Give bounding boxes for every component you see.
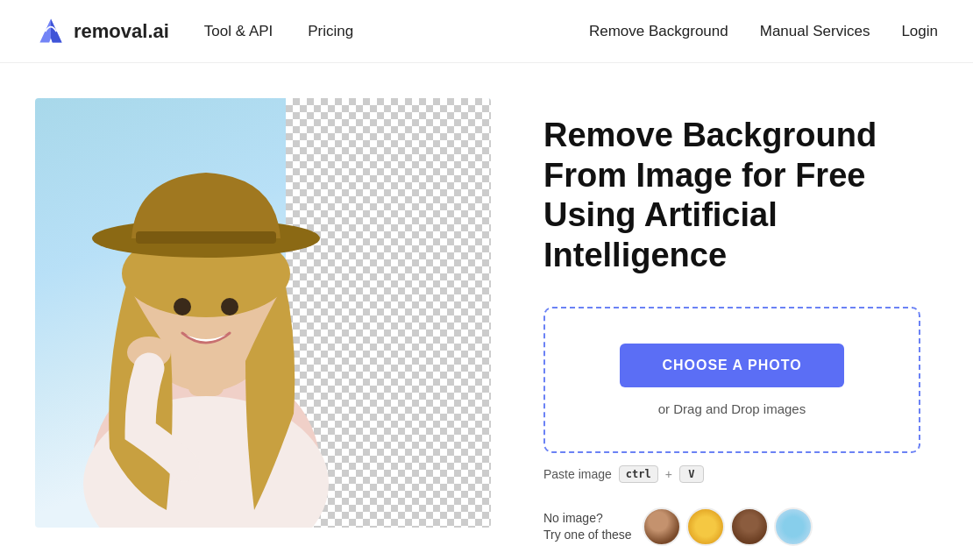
svg-point-8 (221, 298, 238, 315)
upload-dropzone[interactable]: CHOOSE A PHOTO or Drag and Drop images (543, 307, 920, 453)
content-section: Remove Background From Image for Free Us… (543, 98, 938, 546)
navbar: removal.ai Tool & API Pricing Remove Bac… (0, 0, 973, 63)
ctrl-key: ctrl (619, 465, 658, 483)
no-image-row: No image? Try one of these (543, 507, 938, 546)
no-image-line1: No image? (543, 510, 632, 528)
choose-photo-button[interactable]: CHOOSE A PHOTO (620, 344, 843, 387)
logo-icon (35, 16, 67, 47)
sample-thumb-2[interactable] (686, 507, 725, 546)
logo-text: removal.ai (74, 20, 169, 43)
nav-link-tool-api[interactable]: Tool & API (204, 23, 273, 40)
no-image-text: No image? Try one of these (543, 510, 632, 544)
nav-right: Remove Background Manual Services Login (589, 23, 938, 40)
nav-link-remove-bg[interactable]: Remove Background (589, 23, 728, 40)
nav-link-manual-services[interactable]: Manual Services (760, 23, 870, 40)
hero-image-section (35, 98, 491, 528)
svg-rect-6 (136, 231, 276, 244)
sample-thumb-3[interactable] (730, 507, 769, 546)
paste-row: Paste image ctrl + V (543, 465, 938, 483)
logo[interactable]: removal.ai (35, 16, 169, 47)
nav-link-login[interactable]: Login (901, 23, 938, 40)
plus-sign: + (665, 467, 672, 481)
drag-drop-label: or Drag and Drop images (658, 401, 806, 416)
main-headline: Remove Background From Image for Free Us… (543, 116, 938, 275)
main-content: Remove Background From Image for Free Us… (0, 63, 973, 560)
nav-left: removal.ai Tool & API Pricing (35, 16, 353, 47)
nav-link-pricing[interactable]: Pricing (308, 23, 353, 40)
svg-point-7 (174, 298, 191, 315)
sample-thumb-4[interactable] (774, 507, 813, 546)
sample-thumbnails (643, 507, 813, 546)
hero-image-container (35, 98, 491, 528)
paste-label: Paste image (543, 467, 612, 481)
person-silhouette (35, 98, 377, 528)
sample-thumb-1[interactable] (643, 507, 681, 546)
v-key: V (679, 465, 704, 483)
no-image-line2: Try one of these (543, 527, 632, 544)
